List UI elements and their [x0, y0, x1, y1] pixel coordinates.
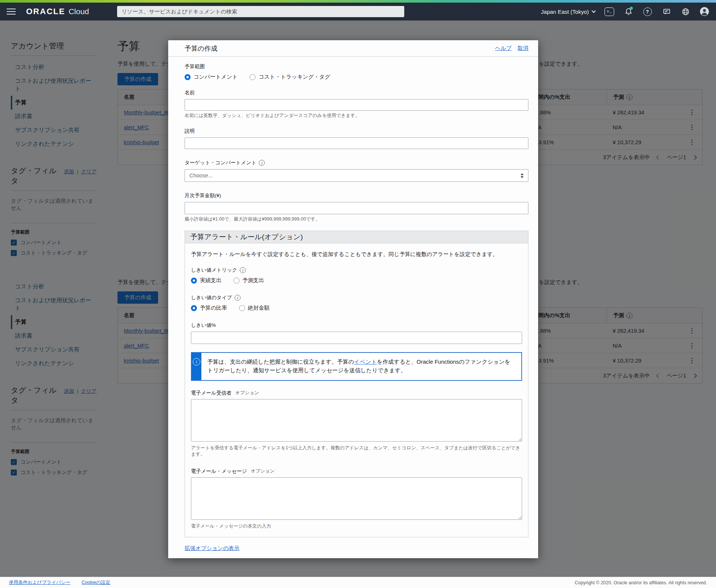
modal-help-link[interactable]: ヘルプ: [495, 45, 512, 52]
email-message-textarea[interactable]: [191, 477, 522, 520]
threshold-type-radio-group: 予算の比率 絶対金額: [191, 304, 522, 312]
radio-unselected-icon: [239, 305, 245, 311]
help-button[interactable]: ?: [643, 7, 652, 16]
cookie-settings-link[interactable]: Cookieの設定: [82, 579, 110, 586]
email-message-label: 電子メール・メッセージ オプション: [191, 468, 522, 475]
email-recipients-helper: アラートを受信する電子メール・アドレスを1つ以上入力します。複数のアドレスは、カ…: [191, 445, 522, 458]
info-icon: i: [259, 160, 265, 166]
select-stepper-icon: [521, 173, 524, 178]
modal-title: 予算の作成: [185, 44, 217, 53]
monthly-amount-label: 月次予算金額(¥): [185, 192, 528, 199]
info-note: i 予算は、支出の継続した把握と制御に役立ちます。予算のイベントを作成すると、O…: [191, 352, 522, 381]
menu-icon: [7, 9, 16, 9]
name-input[interactable]: [185, 99, 528, 111]
alert-rules-intro: 予算アラート・ルールを今すぐ設定することも、後で追加することもできます。同じ予算…: [191, 251, 522, 258]
modal-body: 予算範囲 コンパートメント コスト・トラッキング・タグ 名前 名前には英数字、ダ…: [168, 57, 538, 558]
radio-percentage-of-budget[interactable]: 予算の比率: [191, 304, 227, 312]
radio-unselected-icon: [249, 74, 255, 80]
modal-header: 予算の作成 ヘルプ 取消: [168, 40, 538, 57]
copyright-text: Copyright © 2020, Oracle and/or its affi…: [575, 580, 707, 585]
region-selector[interactable]: Japan East (Tokyo): [541, 9, 595, 15]
radio-selected-icon: [191, 278, 197, 284]
threshold-pct-input[interactable]: [191, 332, 522, 344]
alert-rules-title: 予算アラート・ルール(オプション): [185, 231, 528, 243]
name-helper: 名前には英数字、ダッシュ、ピリオドおよびアンダースコアのみを使用できます。: [185, 113, 528, 119]
oracle-cloud-logo[interactable]: ORACLE Cloud: [26, 7, 89, 16]
help-icon: ?: [643, 7, 652, 16]
threshold-metric-label: しきい値メトリック i: [191, 267, 522, 274]
info-icon: i: [240, 267, 246, 273]
top-bar: ORACLE Cloud Japan East (Tokyo) >_: [0, 0, 716, 20]
email-recipients-label: 電子メール受信者 オプション: [191, 390, 522, 396]
optional-tag: オプション: [251, 468, 274, 474]
globe-icon: [681, 7, 690, 16]
events-link[interactable]: イベント: [354, 358, 377, 365]
language-button[interactable]: [681, 7, 690, 16]
create-budget-modal: 予算の作成 ヘルプ 取消 予算範囲 コンパートメント コスト・トラッキング・タグ…: [168, 40, 538, 558]
notification-badge: [630, 7, 633, 10]
monthly-amount-input[interactable]: [185, 202, 528, 214]
announcements-icon: [662, 7, 671, 16]
name-label: 名前: [185, 89, 528, 96]
radio-cost-tracking-tags[interactable]: コスト・トラッキング・タグ: [249, 73, 330, 80]
page: ORACLE Cloud Japan East (Tokyo) >_: [0, 0, 716, 588]
target-compartment-label: ターゲット・コンパートメント i: [185, 159, 528, 166]
page-footer: 使用条件およびプライバシー Cookieの設定 Copyright © 2020…: [0, 577, 716, 588]
threshold-metric-radio-group: 実績支出 予測支出: [191, 277, 522, 284]
top-gradient-stripe: [0, 0, 716, 3]
threshold-type-label: しきい値のタイプ i: [191, 294, 522, 301]
user-menu-button[interactable]: [700, 7, 709, 16]
optional-tag: オプション: [235, 390, 259, 396]
info-icon: i: [193, 358, 200, 366]
threshold-pct-label: しきい値%: [191, 322, 522, 329]
info-note-text: 予算は、支出の継続した把握と制御に役立ちます。予算のイベントを作成すると、Ora…: [201, 353, 521, 380]
budget-scope-label: 予算範囲: [185, 63, 528, 70]
alert-rules-section: 予算アラート・ルール(オプション) 予算アラート・ルールを今すぐ設定することも、…: [185, 231, 528, 537]
radio-absolute-amount[interactable]: 絶対金額: [239, 304, 270, 312]
terms-privacy-link[interactable]: 使用条件およびプライバシー: [9, 579, 70, 586]
modal-cancel-link[interactable]: 取消: [518, 45, 528, 52]
radio-selected-icon: [191, 305, 197, 311]
show-advanced-options-link[interactable]: 拡張オプションの表示: [185, 545, 239, 552]
description-label: 説明: [185, 128, 528, 135]
hamburger-menu-button[interactable]: [7, 7, 16, 16]
info-note-bar: i: [192, 353, 201, 380]
chevron-down-icon: [591, 9, 596, 13]
search-input[interactable]: [117, 6, 404, 17]
budget-scope-radio-group: コンパートメント コスト・トラッキング・タグ: [185, 73, 528, 80]
announcements-button[interactable]: [662, 7, 671, 16]
radio-actual-spend[interactable]: 実績支出: [191, 277, 222, 284]
description-input[interactable]: [185, 137, 528, 149]
brand-cloud: Cloud: [69, 7, 89, 16]
cloud-shell-icon: >_: [604, 7, 614, 16]
email-recipients-textarea[interactable]: [191, 399, 522, 442]
info-icon: i: [235, 295, 241, 301]
radio-forecast-spend[interactable]: 予測支出: [233, 277, 264, 284]
email-message-helper: 電子メール・メッセージの本文の入力: [191, 523, 522, 529]
radio-unselected-icon: [233, 278, 239, 284]
radio-selected-icon: [185, 74, 191, 80]
target-compartment-select[interactable]: Choose...: [185, 169, 528, 182]
region-label: Japan East (Tokyo): [541, 9, 589, 15]
monthly-amount-helper: 最小許容値は¥1.00で、最大許容値は¥999,999,999,999.00です…: [185, 216, 528, 222]
notifications-button[interactable]: [624, 7, 633, 16]
radio-compartment[interactable]: コンパートメント: [185, 73, 238, 80]
cloud-shell-button[interactable]: >_: [604, 7, 614, 16]
brand-oracle: ORACLE: [26, 7, 65, 16]
avatar: [700, 7, 709, 16]
